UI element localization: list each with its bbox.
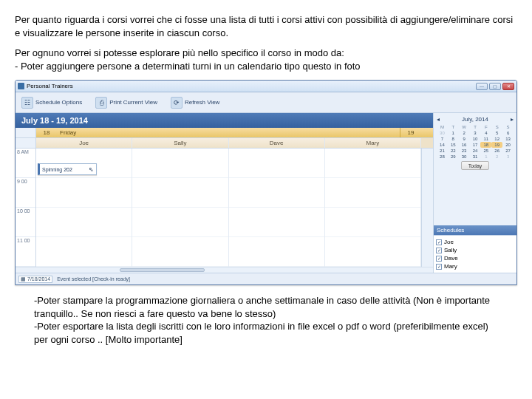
day-cell[interactable]: 30 — [459, 154, 470, 160]
day-cell[interactable]: 21 — [437, 148, 448, 154]
day-cell[interactable]: 9 — [459, 136, 470, 142]
day-cell[interactable]: 7 — [437, 136, 448, 142]
day-cell[interactable]: 6 — [502, 130, 514, 136]
scheduler-window: Personal Trainers — ▢ ✕ ☷ Schedule Optio… — [15, 80, 517, 285]
checkbox[interactable]: ✓ — [436, 256, 442, 262]
checkbox[interactable]: ✓ — [436, 248, 442, 253]
day-cell[interactable]: 19 — [491, 142, 502, 148]
day-cell[interactable]: 3 — [470, 130, 481, 136]
schedule-grid[interactable]: 8 AM 9 00 10 00 11 00 Spinning 202 — [16, 149, 433, 267]
time-label: 8 AM — [16, 149, 35, 178]
day-cell[interactable]: 1 — [448, 130, 459, 136]
print-button[interactable]: ⎙ Print Current View — [92, 94, 160, 111]
side-panel: ◂ July, 2014 ▸ MTWTFSS301234567891011121… — [434, 113, 516, 273]
checkbox[interactable]: ✓ — [436, 264, 442, 270]
day-cell[interactable]: 31 — [470, 154, 481, 160]
day-cell[interactable]: 2 — [459, 130, 470, 136]
day-cell[interactable]: 18 — [480, 142, 491, 148]
requirement-text-2: Per ognuno vorrei si potesse esplorare p… — [15, 47, 517, 72]
day-cell[interactable]: 28 — [437, 154, 448, 160]
cursor-icon: ⇖ — [89, 166, 94, 173]
day-cell[interactable]: 26 — [491, 148, 502, 154]
day-name-friday[interactable]: Friday — [57, 128, 400, 137]
refresh-icon: ⟳ — [171, 97, 183, 109]
day-number-18[interactable]: 18 — [36, 128, 57, 137]
day-cell[interactable]: 13 — [502, 136, 514, 142]
time-label: 11 00 — [16, 237, 35, 267]
day-cell[interactable]: 17 — [470, 142, 481, 148]
schedule-item[interactable]: ✓Joe — [436, 238, 514, 246]
day-cell[interactable]: 8 — [448, 136, 459, 142]
requirement-text-3: -Poter stampare la programmazione giorna… — [15, 293, 517, 346]
date-range-header: July 18 - 19, 2014 — [16, 113, 433, 128]
today-button[interactable]: Today — [461, 161, 489, 170]
day-cell[interactable]: 1 — [480, 154, 491, 160]
day-cell[interactable]: 14 — [437, 142, 448, 148]
day-cell[interactable]: 5 — [491, 130, 502, 136]
refresh-button[interactable]: ⟳ Refresh View — [168, 94, 222, 111]
schedules-header: Schedules — [434, 225, 516, 235]
printer-icon: ⎙ — [95, 97, 107, 109]
next-month-icon[interactable]: ▸ — [511, 116, 514, 123]
schedule-item[interactable]: ✓Dave — [436, 254, 514, 262]
month-title: July, 2014 — [462, 116, 488, 123]
schedule-item[interactable]: ✓Mary — [436, 262, 514, 270]
window-title: Personal Trainers — [27, 83, 73, 89]
toolbar: ☷ Schedule Options ⎙ Print Current View … — [16, 92, 516, 113]
schedule-item[interactable]: ✓Sally — [436, 246, 514, 254]
day-cell[interactable]: 12 — [491, 136, 502, 142]
checkbox[interactable]: ✓ — [436, 239, 442, 245]
day-cell[interactable]: 24 — [470, 148, 481, 154]
status-bar: ▦ 7/18/2014 Event selected [Check-in rea… — [16, 273, 516, 284]
time-label: 9 00 — [16, 178, 35, 208]
prev-month-icon[interactable]: ◂ — [437, 116, 440, 123]
day-cell[interactable]: 2 — [491, 154, 502, 160]
day-cell[interactable]: 11 — [480, 136, 491, 142]
month-calendar[interactable]: ◂ July, 2014 ▸ MTWTFSS301234567891011121… — [434, 113, 516, 176]
day-cell[interactable]: 25 — [480, 148, 491, 154]
day-cell[interactable]: 10 — [470, 136, 481, 142]
status-message: Event selected [Check-in ready] — [57, 276, 130, 282]
event-spinning-202[interactable]: Spinning 202 ⇖ — [38, 163, 97, 175]
trainer-col-dave[interactable]: Dave — [229, 138, 325, 148]
status-date-picker[interactable]: ▦ 7/18/2014 — [18, 276, 52, 283]
schedule-options-button[interactable]: ☷ Schedule Options — [18, 94, 85, 111]
close-button[interactable]: ✕ — [502, 83, 514, 90]
day-header: 18 Friday 19 — [16, 128, 433, 138]
minimize-button[interactable]: — — [476, 83, 488, 90]
day-cell[interactable]: 22 — [448, 148, 459, 154]
trainer-col-mary[interactable]: Mary — [325, 138, 421, 148]
calendar-icon: ☷ — [21, 97, 33, 109]
day-cell[interactable]: 30 — [437, 130, 448, 136]
horizontal-scrollbar[interactable] — [16, 267, 433, 273]
trainer-col-sally[interactable]: Sally — [132, 138, 228, 148]
day-cell[interactable]: 4 — [480, 130, 491, 136]
time-label: 10 00 — [16, 208, 35, 237]
day-cell[interactable]: 15 — [448, 142, 459, 148]
day-cell[interactable]: 3 — [502, 154, 514, 160]
maximize-button[interactable]: ▢ — [489, 83, 501, 90]
day-cell[interactable]: 20 — [502, 142, 514, 148]
trainer-col-joe[interactable]: Joe — [36, 138, 132, 148]
calendar-small-icon: ▦ — [21, 276, 26, 282]
day-cell[interactable]: 16 — [459, 142, 470, 148]
day-cell[interactable]: 23 — [459, 148, 470, 154]
requirement-text-1: Per quanto riguarda i corsi vorrei che c… — [15, 13, 517, 39]
day-cell[interactable]: 29 — [448, 154, 459, 160]
trainer-header: Joe Sally Dave Mary — [16, 138, 433, 149]
day-cell[interactable]: 27 — [502, 148, 514, 154]
day-number-19[interactable]: 19 — [400, 128, 421, 137]
app-icon — [18, 83, 24, 89]
titlebar[interactable]: Personal Trainers — ▢ ✕ — [16, 81, 516, 92]
